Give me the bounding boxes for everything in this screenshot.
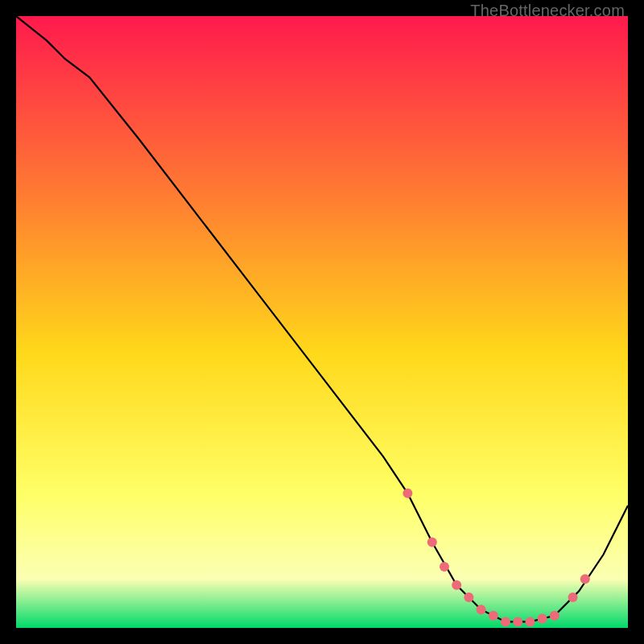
marker-dot	[550, 611, 559, 621]
chart-frame	[16, 16, 628, 628]
marker-dot	[464, 592, 473, 602]
marker-dot	[427, 538, 437, 547]
marker-dot	[440, 562, 449, 572]
marker-dot	[513, 617, 522, 626]
marker-dot	[538, 614, 547, 624]
marker-dot	[477, 605, 486, 614]
marker-dot	[489, 611, 498, 621]
marker-dot	[402, 489, 412, 498]
marker-dot	[452, 580, 461, 590]
marker-dot	[580, 574, 590, 584]
chart-svg	[16, 16, 628, 628]
gradient-background	[16, 16, 628, 628]
marker-dot	[501, 617, 510, 626]
marker-dot	[568, 592, 578, 602]
marker-dot	[525, 617, 535, 626]
watermark-text: TheBottlenecker.com	[470, 2, 625, 20]
